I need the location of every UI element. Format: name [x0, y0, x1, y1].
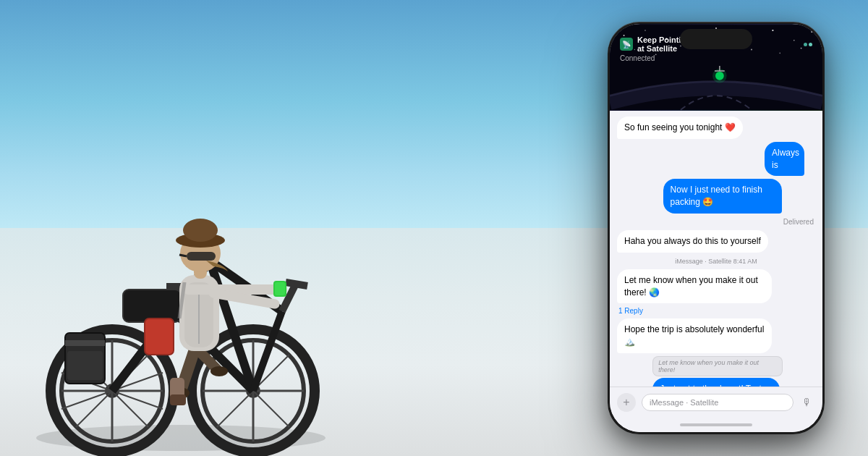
reply-label: 1 Reply — [617, 307, 815, 315]
svg-rect-48 — [187, 252, 216, 261]
msg-sent-2: Now I just need to finish packing 🤩 — [663, 179, 782, 214]
svg-line-23 — [253, 311, 282, 391]
svg-point-60 — [772, 30, 773, 31]
svg-point-55 — [644, 30, 646, 31]
banner-status: Connected — [620, 54, 812, 62]
imessage-satellite-label: iMessage · Satellite 8:41 AM — [617, 257, 815, 265]
svg-line-25 — [286, 282, 307, 286]
msg-received-3: Let me know when you make it out there! … — [617, 269, 772, 304]
messages-area: So fun seeing you tonight ❤️ Always is N… — [610, 111, 822, 387]
svg-line-49 — [179, 255, 187, 256]
phone-mockup: 📡 Keep Pointing at Satellite Connected — [608, 22, 825, 434]
msg-received-2: Haha you always do this to yourself — [617, 230, 768, 253]
dynamic-island — [680, 29, 752, 49]
home-bar — [610, 418, 822, 432]
signal-icon — [804, 43, 812, 46]
delivered-label: Delivered — [617, 218, 815, 226]
msg-sent-1: Always is — [765, 142, 804, 177]
person-bike-illustration — [0, 36, 398, 456]
svg-rect-32 — [145, 318, 174, 355]
reply-preview: Let me know when you make it out there! — [652, 356, 783, 376]
mic-button[interactable]: 🎙 — [799, 394, 815, 410]
svg-point-47 — [183, 219, 218, 242]
svg-rect-43 — [275, 282, 285, 295]
msg-sent-3: Just got to the desert! Text you when I'… — [652, 378, 779, 387]
svg-point-36 — [210, 366, 228, 376]
phone-screen: 📡 Keep Pointing at Satellite Connected — [610, 24, 822, 432]
svg-rect-29 — [65, 340, 105, 346]
phone-frame: 📡 Keep Pointing at Satellite Connected — [608, 22, 825, 434]
message-input[interactable]: iMessage · Satellite — [642, 394, 793, 411]
satellite-app-icon: 📡 — [620, 38, 633, 51]
msg-received-4: Hope the trip is absolutely wonderful 🏔️ — [617, 318, 772, 353]
svg-rect-31 — [67, 351, 103, 380]
add-button[interactable]: + — [617, 393, 636, 412]
input-bar: + iMessage · Satellite 🎙 — [610, 387, 822, 418]
svg-rect-30 — [123, 290, 181, 322]
home-indicator — [680, 423, 752, 426]
svg-rect-52 — [170, 394, 186, 405]
msg-received-1: So fun seeing you tonight ❤️ — [617, 117, 743, 139]
